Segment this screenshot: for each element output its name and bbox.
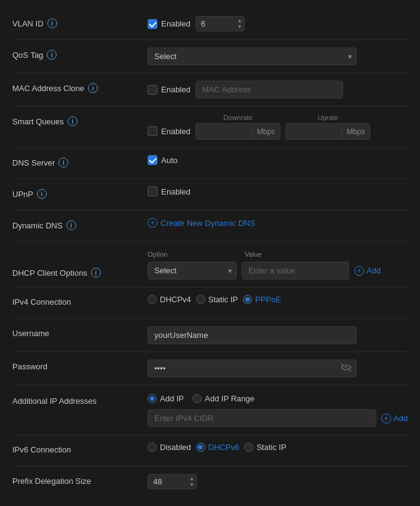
dns-server-label: DNS Server i [12, 155, 148, 167]
ipv6-disabled-radio[interactable] [148, 443, 157, 452]
mac-enabled-checkbox[interactable] [148, 85, 157, 95]
create-dynamic-dns-button[interactable]: + Create New Dynamic DNS [148, 218, 255, 228]
dhcp-add-button[interactable]: + Add [354, 266, 381, 276]
downrate-unit[interactable]: Mbps [252, 124, 280, 139]
password-content [148, 359, 408, 377]
ipv4-static-ip-radio[interactable] [196, 295, 205, 304]
password-toggle-eye-button[interactable] [341, 363, 352, 374]
upnp-enabled-checkbox[interactable] [148, 187, 157, 196]
dns-server-row: DNS Server i Auto [12, 149, 408, 177]
qos-tag-select-wrap: Select [148, 47, 357, 65]
qos-tag-row: QoS Tag i Select [12, 41, 408, 71]
cidr-add-label: Add [394, 414, 408, 423]
smart-queues-enabled-wrap: Enabled [148, 126, 191, 140]
dhcp-option-labels: Option Value [148, 251, 381, 258]
uprate-col: Uprate Mbps [285, 114, 370, 140]
cidr-add-icon: + [381, 414, 391, 424]
ipv4-connection-label: IPv4 Connection [12, 295, 148, 307]
ipv6-connection-content: Disabled DHCPv6 Static IP [148, 443, 408, 452]
smart-queues-content: Enabled Downrate Mbps Uprate Mbps [148, 114, 408, 140]
password-input[interactable] [148, 359, 357, 377]
ipv6-static-ip-label: Static IP [256, 443, 286, 452]
dhcp-option-select-wrap: Select [148, 262, 237, 279]
add-ip-label: Add IP [160, 394, 184, 403]
upnp-row: UPnP i Enabled [12, 180, 408, 209]
cidr-input[interactable] [148, 409, 376, 427]
ipv6-disabled-label: Disabled [160, 443, 191, 452]
uprate-unit[interactable]: Mbps [341, 124, 370, 139]
ipv6-static-ip-radio[interactable] [244, 443, 253, 452]
prefix-delegation-up[interactable]: ▲ [188, 476, 196, 482]
ipv4-pppoe-label: PPPoE [255, 295, 281, 304]
ipv4-dhcpv4-label: DHCPv4 [160, 295, 191, 304]
add-ip-range-radio[interactable] [192, 394, 202, 403]
smart-queues-row: Smart Queues i Enabled Downrate Mbps [12, 108, 408, 146]
downrate-col: Downrate Mbps [196, 114, 280, 140]
prefix-delegation-content: ▲ ▼ [148, 474, 408, 489]
dhcp-option-inner: Option Value Select + Add [148, 251, 381, 279]
add-ip-wrap[interactable]: Add IP [148, 394, 184, 403]
dynamic-dns-row: Dynamic DNS i + Create New Dynamic DNS [12, 212, 408, 240]
additional-ip-row: Additional IP Addresses Add IP Add IP Ra… [12, 387, 408, 433]
smart-queues-enabled-label: Enabled [161, 127, 191, 136]
ipv6-dhcpv6-radio[interactable] [196, 443, 205, 452]
uprate-label: Uprate [285, 114, 370, 121]
ipv4-static-ip-label: Static IP [208, 295, 238, 304]
vlan-id-enabled-checkbox[interactable] [148, 19, 157, 29]
ipv4-static-ip-wrap[interactable]: Static IP [196, 295, 238, 304]
dns-server-info-icon[interactable]: i [58, 158, 68, 167]
prefix-delegation-down[interactable]: ▼ [188, 482, 196, 488]
vlan-id-spinner: ▲ ▼ [236, 16, 244, 31]
vlan-id-down[interactable]: ▼ [236, 24, 244, 30]
vlan-id-content: Enabled ▲ ▼ [148, 16, 408, 31]
dynamic-dns-label: Dynamic DNS i [12, 218, 148, 230]
downrate-input[interactable] [196, 124, 252, 139]
dns-auto-checkbox[interactable] [148, 155, 157, 165]
ipv6-static-ip-wrap[interactable]: Static IP [244, 443, 286, 452]
smart-queues-label: Smart Queues i [12, 114, 148, 126]
qos-tag-info-icon[interactable]: i [47, 50, 57, 60]
password-input-wrap [148, 359, 357, 377]
smart-queues-info-icon[interactable]: i [68, 116, 77, 126]
smart-queues-inner: Enabled Downrate Mbps Uprate Mbps [148, 114, 370, 140]
settings-form: VLAN ID i Enabled ▲ ▼ QoS Tag i [0, 0, 420, 506]
additional-ip-radio-row: Add IP Add IP Range [148, 394, 255, 403]
ipv4-pppoe-wrap[interactable]: PPPoE [243, 295, 281, 304]
vlan-id-input-wrap: ▲ ▼ [196, 16, 245, 31]
dns-auto-wrap: Auto [148, 155, 178, 165]
ipv4-pppoe-radio[interactable] [243, 295, 252, 304]
option-column-label: Option [148, 251, 234, 258]
upnp-info-icon[interactable]: i [37, 189, 47, 199]
add-ip-radio[interactable] [148, 394, 157, 403]
uprate-input[interactable] [286, 124, 341, 139]
qos-tag-select[interactable]: Select [148, 47, 357, 65]
smart-queues-enabled-checkbox[interactable] [148, 126, 157, 136]
add-ip-range-wrap[interactable]: Add IP Range [192, 394, 255, 403]
ipv6-disabled-wrap[interactable]: Disabled [148, 443, 191, 452]
upnp-enabled-wrap: Enabled [148, 187, 191, 196]
dhcp-client-options-label: DHCP Client Options i [12, 251, 148, 278]
mac-address-info-icon[interactable]: i [88, 83, 98, 93]
cidr-add-button[interactable]: + Add [381, 414, 408, 424]
ipv4-dhcpv4-radio[interactable] [148, 295, 157, 304]
mac-address-input[interactable] [196, 81, 343, 98]
username-input[interactable] [148, 326, 357, 344]
dynamic-dns-info-icon[interactable]: i [66, 220, 76, 230]
dhcp-add-label: Add [367, 266, 381, 275]
dhcp-value-input[interactable] [242, 262, 349, 279]
username-content [148, 326, 408, 344]
password-row: Password [12, 353, 408, 384]
dhcp-client-info-icon[interactable]: i [91, 268, 101, 278]
dhcp-option-select[interactable]: Select [148, 262, 237, 279]
uprate-input-wrap: Mbps [285, 123, 370, 140]
ipv4-dhcpv4-wrap[interactable]: DHCPv4 [148, 295, 191, 304]
prefix-delegation-row: Prefix Delegation Size ▲ ▼ [12, 468, 408, 496]
username-row: Username [12, 320, 408, 350]
ipv6-dhcpv6-wrap[interactable]: DHCPv6 [196, 443, 240, 452]
downrate-label: Downrate [196, 114, 280, 121]
dynamic-dns-content: + Create New Dynamic DNS [148, 218, 408, 228]
add-ip-range-label: Add IP Range [205, 394, 255, 403]
upnp-enabled-label: Enabled [161, 187, 191, 196]
vlan-id-up[interactable]: ▲ [236, 18, 244, 24]
vlan-id-info-icon[interactable]: i [47, 18, 57, 28]
